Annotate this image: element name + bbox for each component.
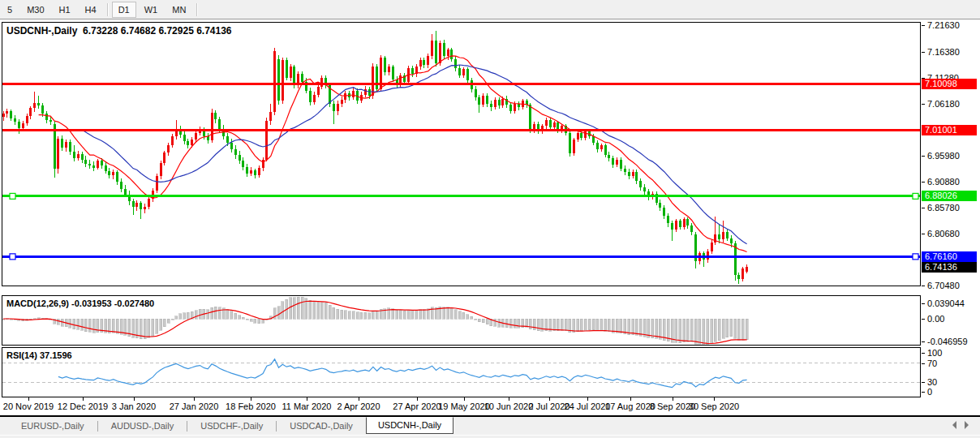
price-axis-tick [922,234,925,234]
time-axis-label: 30 Sep 2020 [689,402,739,411]
current-price-label: 6.74136 [922,262,977,273]
time-axis-label: 11 Mar 2020 [282,402,332,411]
time-axis-tick [509,397,509,401]
main-chart-canvas[interactable] [2,23,920,286]
price-axis-tick [922,182,925,182]
tab-scroll-right-icon[interactable] [965,421,969,429]
rsi-axis-label: 70 [927,359,937,368]
time-axis-label: 18 Feb 2020 [226,402,276,411]
rsi-indicator-label: RSI(14) 37.1596 [6,350,72,360]
time-axis-label: 27 Apr 2020 [393,402,441,411]
time-axis-tick [587,397,588,401]
timeframe-button-mn[interactable]: MN [165,2,192,18]
price-axis-label: 7.16380 [927,48,960,57]
price-axis-tick [922,208,925,208]
price-level-label-7.01001: 7.01001 [922,125,977,135]
timeframe-toolbar: 5M30H1H4D1W1MN [0,0,980,19]
time-axis-tick [83,397,84,401]
chart-tab-eurusd[interactable]: EURUSD-,Daily [8,419,97,433]
rsi-axis-tick [922,363,925,364]
toolbar-separator [196,3,197,16]
time-axis-label: 12 Dec 2019 [58,402,108,411]
hline-handle[interactable] [10,254,15,260]
time-axis-label: 10 Jun 2020 [484,402,534,411]
time-axis-tick [251,397,251,401]
chart-ohlc-title: USDCNH-,Daily 6.73228 6.74682 6.72925 6.… [6,25,232,36]
timeframe-button-d1[interactable]: D1 [112,2,136,18]
time-axis-label: 3 Jan 2020 [112,402,156,411]
timeframe-button-m30[interactable]: M30 [20,2,50,18]
time-axis-tick [417,397,418,401]
price-level-label-7.10098: 7.10098 [922,79,977,89]
chart-tab-usdchf[interactable]: USDCHF-,Daily [187,419,276,433]
hline-handle[interactable] [913,193,918,199]
chart-tab-usdcnh[interactable]: USDCNH-,Daily [366,417,453,434]
time-axis-tick [549,397,550,401]
time-axis-label: 24 Jul 2020 [565,402,611,411]
time-axis-label: 17 Aug 2020 [605,402,655,411]
rsi-axis-label: 30 [927,378,937,387]
macd-axis-tick [922,319,925,320]
rsi-axis-tick [922,353,925,354]
chart-tab-audusd[interactable]: AUDUSD-,Daily [98,419,187,433]
macd-axis-label: 0.039044 [927,299,965,308]
price-axis-label: 6.90880 [927,178,960,187]
price-axis-tick [922,156,925,157]
price-axis-label: 7.06180 [927,100,960,109]
macd-indicator-label: MACD(12,26,9) -0.031953 -0.027480 [6,298,154,308]
time-axis-tick [673,397,673,401]
price-level-label-6.76160: 6.76160 [922,251,977,262]
timeframe-button-h1[interactable]: H1 [53,2,77,18]
time-axis-tick [359,397,359,401]
time-axis-label: 20 Nov 2019 [3,402,54,411]
rsi-canvas[interactable] [2,348,920,397]
price-axis-tick [922,25,925,26]
time-axis-label: 19 May 2020 [438,402,490,411]
chart-tab-usdcad[interactable]: USDCAD-,Daily [277,419,366,433]
tab-scroll-left-icon[interactable] [952,421,956,429]
chart-tabs-bar: EURUSD-,DailyAUDUSD-,DailyUSDCHF-,DailyU… [0,417,980,435]
rsi-panel[interactable]: RSI(14) 37.1596 [2,347,921,397]
time-axis-tick [194,397,195,401]
rsi-axis-tick [922,382,925,383]
hline-handle[interactable] [913,254,918,260]
timeframe-button-h4[interactable]: H4 [79,2,103,18]
macd-axis-tick [922,303,925,304]
time-axis-tick [28,397,29,401]
timeframe-button-w1[interactable]: W1 [138,2,165,18]
price-axis-label: 6.80680 [927,230,960,238]
price-axis-label: 7.21630 [927,21,960,30]
toolbar-separator [107,3,108,16]
time-axis-tick [464,397,465,401]
price-axis-tick [922,286,925,286]
hline-handle[interactable] [10,193,15,199]
main-chart-panel[interactable]: USDCNH-,Daily 6.73228 6.74682 6.72925 6.… [2,22,921,286]
price-axis-tick [922,104,925,105]
tab-scroll-arrows [952,421,969,429]
macd-axis-label: -0.046959 [927,337,968,346]
time-axis-label: 27 Jan 2020 [170,402,219,411]
price-level-label-6.88026: 6.88026 [922,191,977,201]
macd-panel[interactable]: MACD(12,26,9) -0.031953 -0.027480 [2,295,921,346]
time-axis-tick [134,397,135,401]
macd-axis-tick [922,341,925,342]
status-strip [0,435,980,438]
rsi-axis-tick [922,392,925,393]
trading-platform-window: 5M30H1H4D1W1MN USDCNH-,Daily 6.73228 6.7… [0,0,980,438]
price-axis-label: 6.70480 [927,281,960,290]
rsi-axis-label: 0 [927,388,932,397]
price-axis-tick [922,52,925,53]
price-axis-label: 6.95980 [927,152,960,161]
macd-axis-label: 0.00 [927,315,944,324]
rsi-axis-label: 100 [927,349,942,358]
time-axis-tick [630,397,631,401]
time-axis-tick [714,397,715,401]
timeframe-button-5[interactable]: 5 [1,2,19,18]
price-axis-label: 6.85780 [927,204,960,213]
time-axis-tick [307,397,307,401]
time-axis-label: 2 Apr 2020 [337,402,380,411]
